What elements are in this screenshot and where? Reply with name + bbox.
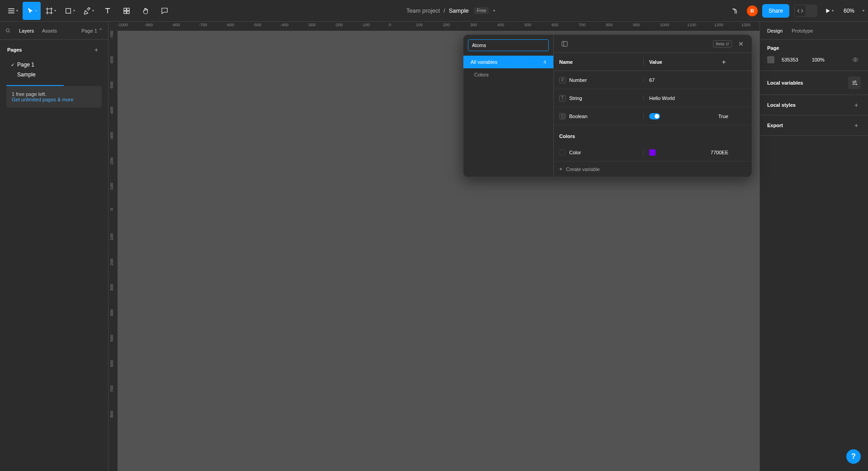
export-label: Export: [767, 123, 783, 128]
svg-rect-0: [66, 8, 71, 13]
zoom-level[interactable]: 60%: [841, 8, 857, 14]
left-panel-tabs: Layers Assets Page 1 ⌃: [0, 22, 108, 40]
chevron-down-icon: ▾: [54, 9, 56, 13]
variable-row[interactable]: ◫ Boolean True: [554, 107, 752, 125]
beta-badge[interactable]: Beta: [713, 40, 732, 48]
document-name[interactable]: Sample: [449, 7, 469, 14]
page-label: Page: [767, 45, 861, 51]
variable-row[interactable]: # Number 67: [554, 71, 752, 89]
ruler-horizontal: -1000-900-800-700-600-500-400-300-200-10…: [118, 22, 760, 31]
resources-tool[interactable]: [118, 2, 136, 20]
sidebar-toggle-icon[interactable]: [559, 38, 570, 49]
bg-color-value[interactable]: 535353: [782, 57, 798, 62]
svg-point-6: [854, 59, 856, 61]
chevron-down-icon: ▾: [35, 9, 37, 13]
code-icon: [795, 5, 806, 16]
svg-rect-2: [127, 8, 129, 10]
create-variable-button[interactable]: + Create variable: [554, 162, 752, 177]
svg-point-8: [854, 82, 854, 83]
chevron-down-icon: ▾: [73, 9, 75, 13]
column-value-label: Value: [649, 59, 662, 65]
pages-section-header: Pages +: [0, 40, 108, 60]
collection-item-all[interactable]: All variables 4: [463, 56, 553, 68]
share-button[interactable]: Share: [762, 4, 789, 18]
variables-main: Beta ✕ Name Value + # Number 67: [554, 35, 752, 177]
avatar[interactable]: R: [747, 5, 758, 16]
tab-layers[interactable]: Layers: [19, 28, 34, 33]
boolean-type-icon: ◫: [559, 113, 566, 119]
page-name: Sample: [17, 71, 36, 78]
group-header-colors: Colors: [554, 125, 752, 143]
variables-header: Beta ✕: [554, 35, 752, 53]
variable-row[interactable]: T String Hello World: [554, 89, 752, 107]
upgrade-card: 1 free page left. Get unlimited pages & …: [6, 86, 102, 108]
upgrade-link[interactable]: Get unlimited pages & more: [12, 97, 96, 102]
dev-mode-toggle[interactable]: [794, 5, 817, 17]
chevron-down-icon[interactable]: ▾: [863, 9, 864, 13]
variables-settings-button[interactable]: [848, 76, 861, 89]
svg-point-7: [855, 81, 856, 81]
group-item-colors[interactable]: Colors: [463, 68, 553, 81]
ruler-vertical: -700-600-500-400-300-200-100010020030040…: [108, 31, 118, 471]
add-export-button[interactable]: +: [852, 121, 861, 130]
page-selector-label: Page 1: [81, 28, 97, 33]
variable-name: Color: [569, 150, 581, 155]
page-selector[interactable]: Page 1 ⌃: [81, 28, 103, 33]
right-panel-tabs: Design Prototype: [760, 22, 868, 40]
hand-tool[interactable]: [137, 2, 155, 20]
top-toolbar: ▾ ▾ ▾ ▾ ▾ Team project: [0, 0, 868, 22]
collection-name: All variables: [471, 59, 497, 65]
bg-opacity-value[interactable]: 100%: [812, 57, 825, 62]
chevron-down-icon: ▾: [832, 9, 834, 13]
audio-button[interactable]: [728, 4, 742, 18]
pen-tool[interactable]: ▾: [80, 2, 98, 20]
move-tool[interactable]: ▾: [23, 2, 41, 20]
column-header-value: Value +: [643, 57, 734, 67]
main-menu-button[interactable]: ▾: [4, 2, 22, 20]
close-button[interactable]: ✕: [736, 38, 746, 49]
chevron-down-icon[interactable]: ▾: [493, 9, 495, 13]
variable-value[interactable]: Hello World: [649, 95, 675, 101]
chevron-down-icon: ▾: [92, 9, 94, 13]
text-tool[interactable]: [99, 2, 117, 20]
tab-assets[interactable]: Assets: [42, 28, 57, 33]
search-icon[interactable]: [5, 28, 11, 33]
plus-icon: +: [559, 166, 562, 172]
variable-value[interactable]: 67: [649, 77, 655, 83]
svg-rect-3: [124, 11, 126, 13]
color-swatch[interactable]: [649, 149, 656, 156]
page-name: Page 1: [17, 62, 34, 68]
right-panel: Design Prototype Page 535353 100% Local …: [760, 22, 868, 471]
pages-label: Pages: [7, 47, 22, 52]
present-button[interactable]: ▾: [822, 5, 836, 17]
local-styles-section: Local styles +: [760, 95, 868, 115]
page-item[interactable]: Sample: [0, 70, 108, 80]
add-style-button[interactable]: +: [852, 100, 861, 109]
help-button[interactable]: ?: [846, 449, 861, 464]
breadcrumb-project[interactable]: Team project: [406, 7, 440, 14]
tab-prototype[interactable]: Prototype: [792, 28, 813, 33]
boolean-toggle[interactable]: [649, 113, 660, 119]
frame-tool[interactable]: ▾: [42, 2, 60, 20]
page-item[interactable]: ✓ Page 1: [0, 60, 108, 70]
color-chip[interactable]: [767, 56, 774, 63]
toolbar-right: R Share ▾ 60% ▾: [728, 4, 864, 18]
variable-row[interactable]: Color 7700EE: [554, 143, 752, 162]
collection-name-input[interactable]: [468, 39, 549, 51]
visibility-toggle[interactable]: [850, 54, 861, 65]
variable-value: True: [718, 114, 728, 119]
left-panel: Layers Assets Page 1 ⌃ Pages + ✓ Page 1 …: [0, 22, 108, 471]
column-header-name: Name: [554, 59, 643, 65]
breadcrumb-separator: /: [443, 7, 445, 14]
variables-modal: All variables 4 Colors Beta ✕ Name Value…: [463, 34, 752, 177]
comment-tool[interactable]: [156, 2, 174, 20]
shape-tool[interactable]: ▾: [61, 2, 79, 20]
tab-design[interactable]: Design: [767, 28, 783, 33]
variable-value[interactable]: 7700EE: [711, 150, 728, 155]
plan-badge: Free: [474, 7, 489, 14]
add-mode-button[interactable]: +: [719, 57, 728, 67]
svg-rect-1: [124, 8, 126, 10]
variable-name: Number: [569, 77, 587, 83]
external-link-icon: [726, 42, 729, 46]
add-page-button[interactable]: +: [92, 45, 101, 54]
